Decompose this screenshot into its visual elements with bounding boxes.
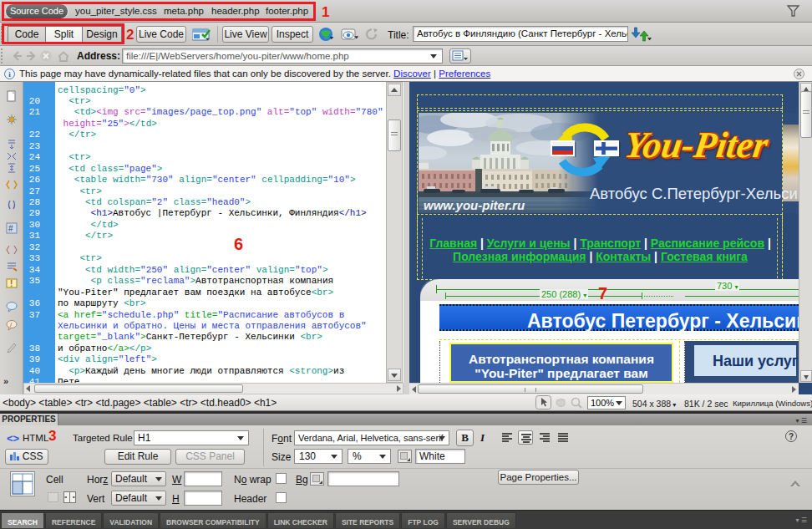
svg-text:!: !: [10, 279, 13, 288]
svg-text:#: #: [8, 224, 13, 233]
